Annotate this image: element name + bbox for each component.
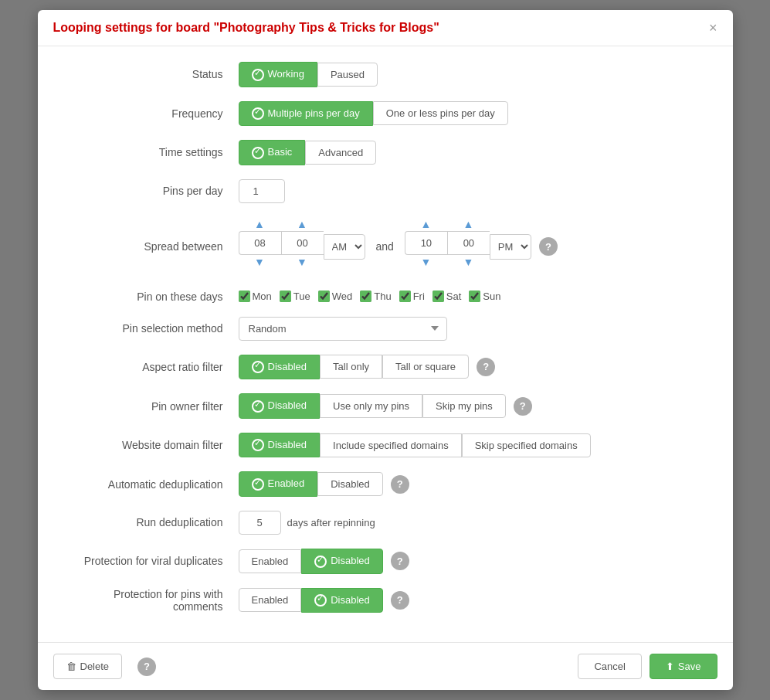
cancel-button[interactable]: Cancel (578, 654, 641, 679)
aspect-tall-square-button[interactable]: Tall or square (382, 355, 469, 379)
aspect-disabled-label: Disabled (268, 361, 307, 372)
aspect-ratio-row: Aspect ratio filter Disabled Tall only T… (69, 355, 702, 380)
domain-include-button[interactable]: Include specified domains (320, 433, 462, 457)
day-tue-checkbox[interactable] (280, 291, 291, 302)
day-fri: Fri (399, 291, 425, 302)
auto-dedup-toggle: Enabled Disabled (239, 471, 383, 497)
end-min-input[interactable] (447, 231, 490, 255)
pin-selection-select[interactable]: Random Sequential Smart (239, 317, 447, 341)
day-fri-label: Fri (413, 291, 425, 302)
aspect-tall-only-button[interactable]: Tall only (320, 355, 382, 379)
start-hour-down-button[interactable]: ▼ (248, 255, 271, 269)
time-basic-button[interactable]: Basic (239, 140, 306, 165)
day-tue: Tue (280, 291, 310, 302)
day-thu-checkbox[interactable] (360, 291, 371, 302)
close-button[interactable]: × (709, 21, 717, 35)
modal-footer: 🗑 Delete ? Cancel ⬆ Save (38, 642, 733, 690)
pins-per-day-input[interactable] (239, 179, 285, 203)
day-sun-label: Sun (483, 291, 500, 302)
start-ampm-select[interactable]: AM PM (324, 234, 365, 260)
day-fri-checkbox[interactable] (399, 291, 411, 302)
start-min-up-button[interactable]: ▲ (290, 217, 314, 231)
day-sun-checkbox[interactable] (469, 291, 480, 302)
dedup-enabled-button[interactable]: Enabled (239, 471, 318, 497)
pin-owner-help-icon[interactable]: ? (514, 397, 532, 416)
end-min-up-button[interactable]: ▲ (456, 217, 480, 231)
pin-days-label: Pin on these days (69, 291, 239, 303)
domain-skip-button[interactable]: Skip specified domains (462, 433, 591, 457)
pin-selection-row: Pin selection method Random Sequential S… (69, 317, 702, 341)
spread-between-label: Spread between (69, 240, 239, 253)
start-hour-input[interactable] (239, 231, 281, 255)
footer-help-icon[interactable]: ? (137, 658, 156, 676)
end-hour-up-button[interactable]: ▲ (414, 217, 437, 231)
aspect-help-icon[interactable]: ? (477, 358, 495, 376)
aspect-disabled-button[interactable]: Disabled (239, 355, 321, 380)
comments-enabled-button[interactable]: Enabled (239, 588, 302, 612)
dedup-disabled-button[interactable]: Disabled (317, 472, 383, 496)
check-circle-icon (252, 400, 264, 413)
pins-comments-label: Protection for pins with comments (69, 588, 239, 613)
day-mon-label: Mon (253, 291, 272, 302)
comments-help-icon[interactable]: ? (391, 591, 409, 610)
frequency-multiple-button[interactable]: Multiple pins per day (239, 101, 373, 127)
delete-button[interactable]: 🗑 Delete (53, 654, 123, 679)
check-circle-icon (252, 478, 264, 491)
pin-owner-disabled-button[interactable]: Disabled (239, 393, 321, 419)
day-sat-checkbox[interactable] (432, 291, 444, 302)
check-circle-icon (252, 439, 264, 451)
start-hour-up-button[interactable]: ▲ (248, 217, 271, 231)
day-mon-checkbox[interactable] (239, 291, 250, 302)
end-min-down-button[interactable]: ▼ (456, 255, 480, 269)
status-paused-button[interactable]: Paused (317, 63, 378, 87)
start-time-block: ▲ ▼ ▲ ▼ (239, 217, 365, 277)
viral-help-icon[interactable]: ? (391, 552, 409, 570)
pin-owner-toggle: Disabled Use only my pins Skip my pins (239, 393, 506, 419)
end-hour-input[interactable] (405, 231, 447, 255)
pins-comments-row: Protection for pins with comments Enable… (69, 588, 702, 613)
day-thu: Thu (360, 291, 391, 302)
run-dedup-input[interactable] (239, 511, 281, 535)
day-sat-label: Sat (446, 291, 462, 302)
modal-body: Status Working Paused Frequency Multiple… (38, 46, 733, 642)
check-circle-icon (252, 361, 264, 373)
auto-dedup-label: Automatic deduplication (69, 478, 239, 491)
start-ampm-col: AM PM (324, 217, 365, 277)
end-ampm-select[interactable]: AM PM (490, 234, 531, 260)
start-min-down-button[interactable]: ▼ (290, 255, 314, 269)
owner-disabled-label: Disabled (268, 399, 307, 411)
start-min-input[interactable] (281, 231, 324, 255)
day-thu-label: Thu (374, 291, 391, 302)
viral-enabled-button[interactable]: Enabled (239, 549, 302, 573)
time-advanced-button[interactable]: Advanced (305, 141, 376, 165)
pin-owner-use-only-button[interactable]: Use only my pins (320, 394, 422, 418)
end-min-col: ▲ ▼ (447, 217, 490, 277)
day-wed-checkbox[interactable] (318, 291, 330, 302)
pins-per-day-label: Pins per day (69, 185, 239, 197)
day-mon: Mon (239, 291, 272, 302)
end-hour-down-button[interactable]: ▼ (414, 255, 437, 269)
frequency-one-button[interactable]: One or less pins per day (373, 101, 508, 125)
save-button[interactable]: ⬆ Save (650, 654, 717, 679)
modal-header: Looping settings for board "Photography … (38, 10, 733, 46)
run-dedup-suffix: days after repinning (287, 517, 375, 528)
auto-dedup-help-icon[interactable]: ? (391, 475, 409, 494)
comments-disabled-button[interactable]: Disabled (301, 588, 383, 613)
dedup-enabled-label: Enabled (268, 477, 305, 489)
viral-disabled-button[interactable]: Disabled (301, 549, 383, 574)
day-tue-label: Tue (293, 291, 310, 302)
footer-left: 🗑 Delete ? (53, 654, 157, 679)
viral-duplicates-row: Protection for viral duplicates Enabled … (69, 549, 702, 574)
pin-days-row: Pin on these days Mon Tue Wed (69, 291, 702, 303)
auto-dedup-row: Automatic deduplication Enabled Disabled… (69, 471, 702, 497)
pin-owner-skip-button[interactable]: Skip my pins (422, 394, 506, 418)
website-domain-toggle: Disabled Include specified domains Skip … (239, 433, 591, 458)
aspect-ratio-label: Aspect ratio filter (69, 361, 239, 373)
viral-duplicates-toggle: Enabled Disabled (239, 549, 383, 574)
status-working-button[interactable]: Working (239, 62, 317, 87)
domain-disabled-button[interactable]: Disabled (239, 433, 321, 458)
domain-disabled-label: Disabled (268, 439, 307, 450)
pin-owner-row: Pin owner filter Disabled Use only my pi… (69, 393, 702, 419)
time-settings-row: Time settings Basic Advanced (69, 140, 702, 165)
spread-help-icon[interactable]: ? (539, 237, 558, 256)
